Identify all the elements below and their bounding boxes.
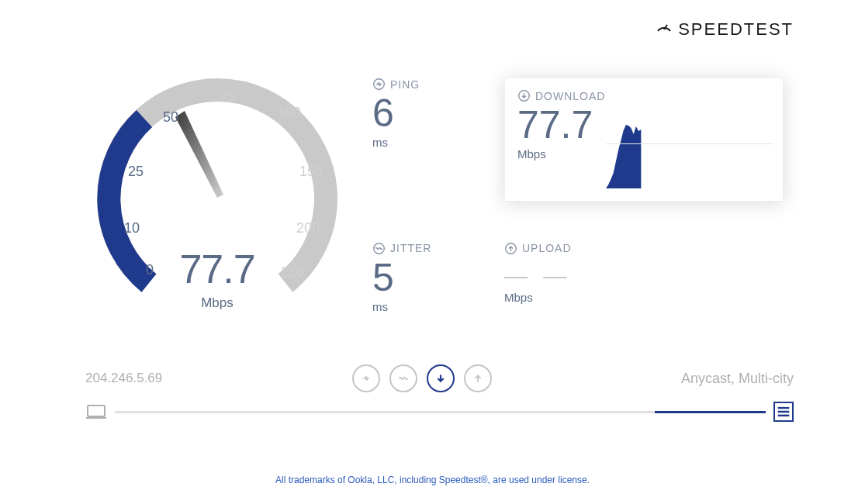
jitter-label: JITTER bbox=[390, 242, 431, 254]
download-label: DOWNLOAD bbox=[535, 90, 605, 102]
gauge-tick-25: 25 bbox=[128, 164, 144, 180]
upload-value: — — bbox=[504, 258, 784, 288]
footer: 204.246.5.69 Anycast, Multi-city bbox=[85, 364, 794, 422]
upload-block: UPLOAD — — Mbps bbox=[504, 242, 784, 323]
progress-row bbox=[85, 402, 794, 422]
jitter-unit: ms bbox=[372, 300, 489, 313]
speedtest-logo-icon bbox=[655, 19, 673, 40]
server-location: Anycast, Multi-city bbox=[681, 371, 794, 387]
gauge-tick-200: 200 bbox=[296, 220, 320, 236]
gauge-value: 77.7 bbox=[85, 246, 349, 292]
stage-upload[interactable] bbox=[464, 364, 492, 392]
speed-gauge: 0 10 25 50 75 100 150 200 250 77.7 Mbps bbox=[85, 66, 349, 322]
stats-grid: PING 6 ms DOWNLOAD 77.7 Mbps bbox=[372, 66, 784, 322]
gauge-tick-75: 75 bbox=[220, 89, 236, 105]
stage-download[interactable] bbox=[427, 364, 455, 392]
download-card: DOWNLOAD 77.7 Mbps bbox=[504, 78, 784, 202]
sparkline-icon bbox=[606, 119, 773, 188]
test-progress-bar bbox=[115, 411, 766, 413]
upload-unit: Mbps bbox=[504, 291, 784, 304]
ping-unit: ms bbox=[372, 136, 489, 149]
ping-label: PING bbox=[390, 78, 420, 91]
ping-icon bbox=[372, 78, 386, 91]
ping-value: 6 bbox=[372, 94, 489, 133]
client-ip: 204.246.5.69 bbox=[85, 371, 162, 386]
jitter-icon bbox=[372, 242, 386, 255]
download-sparkline bbox=[606, 119, 773, 188]
ping-block: PING 6 ms bbox=[372, 78, 489, 211]
brand-header: SPEEDTEST bbox=[655, 19, 794, 40]
client-device-icon bbox=[85, 403, 107, 420]
upload-icon bbox=[504, 242, 517, 255]
brand-title: SPEEDTEST bbox=[678, 19, 794, 40]
jitter-value: 5 bbox=[372, 258, 489, 297]
svg-marker-4 bbox=[606, 125, 641, 188]
gauge-unit: Mbps bbox=[85, 295, 349, 311]
gauge-tick-50: 50 bbox=[163, 109, 178, 126]
stage-ping[interactable] bbox=[352, 364, 380, 392]
main-content: 0 10 25 50 75 100 150 200 250 77.7 Mbps … bbox=[85, 66, 811, 322]
server-icon bbox=[773, 402, 794, 422]
stage-jitter[interactable] bbox=[389, 364, 417, 392]
download-icon bbox=[517, 89, 531, 102]
jitter-block: JITTER 5 ms bbox=[372, 242, 489, 323]
gauge-tick-100: 100 bbox=[278, 105, 301, 121]
gauge-tick-10: 10 bbox=[124, 220, 140, 236]
gauge-tick-150: 150 bbox=[299, 164, 323, 180]
test-progress-fill bbox=[655, 411, 766, 413]
test-stage-icons bbox=[352, 364, 492, 392]
svg-marker-1 bbox=[175, 111, 223, 198]
trademark-notice: All trademarks of Ookla, LLC, including … bbox=[0, 475, 865, 485]
upload-label: UPLOAD bbox=[522, 242, 572, 254]
svg-rect-7 bbox=[88, 406, 105, 416]
